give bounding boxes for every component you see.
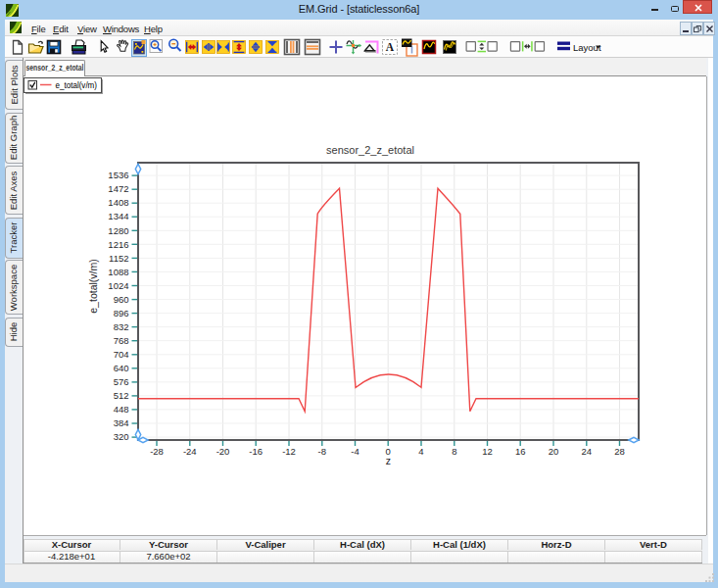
svg-text:16: 16 <box>515 446 526 457</box>
svg-text:e_total(v/m): e_total(v/m) <box>56 80 98 90</box>
svg-text:-4: -4 <box>351 446 359 457</box>
svg-text:-20: -20 <box>216 446 230 457</box>
svg-text:768: 768 <box>114 335 129 346</box>
svg-text:512: 512 <box>114 390 129 401</box>
svg-text:1216: 1216 <box>108 239 128 250</box>
svg-text:20: 20 <box>549 446 559 457</box>
svg-text:1088: 1088 <box>108 267 128 277</box>
svg-text:1344: 1344 <box>108 211 128 221</box>
svg-text:sensor_2_z_etotal: sensor_2_z_etotal <box>326 144 414 156</box>
svg-text:-24: -24 <box>183 446 197 457</box>
svg-text:12: 12 <box>482 446 493 457</box>
svg-text:z: z <box>386 455 391 466</box>
svg-text:1536: 1536 <box>108 170 128 180</box>
svg-text:-8: -8 <box>318 446 326 457</box>
svg-text:896: 896 <box>114 308 129 318</box>
svg-text:8: 8 <box>452 446 456 457</box>
svg-text:e_total(v/m): e_total(v/m) <box>87 259 99 313</box>
svg-text:1408: 1408 <box>108 197 128 208</box>
svg-text:4: 4 <box>418 446 423 457</box>
svg-text:320: 320 <box>114 431 129 442</box>
svg-text:1024: 1024 <box>108 280 128 291</box>
svg-text:384: 384 <box>114 417 129 428</box>
svg-text:-12: -12 <box>282 446 296 457</box>
svg-text:960: 960 <box>114 294 129 305</box>
svg-text:-28: -28 <box>150 446 164 457</box>
svg-text:640: 640 <box>114 363 129 373</box>
svg-text:576: 576 <box>114 376 129 387</box>
svg-text:-16: -16 <box>249 446 263 457</box>
svg-text:448: 448 <box>114 404 129 415</box>
svg-text:832: 832 <box>114 321 129 332</box>
svg-text:1152: 1152 <box>109 253 128 264</box>
svg-text:704: 704 <box>114 349 129 360</box>
svg-text:24: 24 <box>582 446 593 457</box>
svg-text:1472: 1472 <box>108 183 128 194</box>
svg-text:28: 28 <box>614 446 625 457</box>
svg-text:1280: 1280 <box>108 225 128 236</box>
